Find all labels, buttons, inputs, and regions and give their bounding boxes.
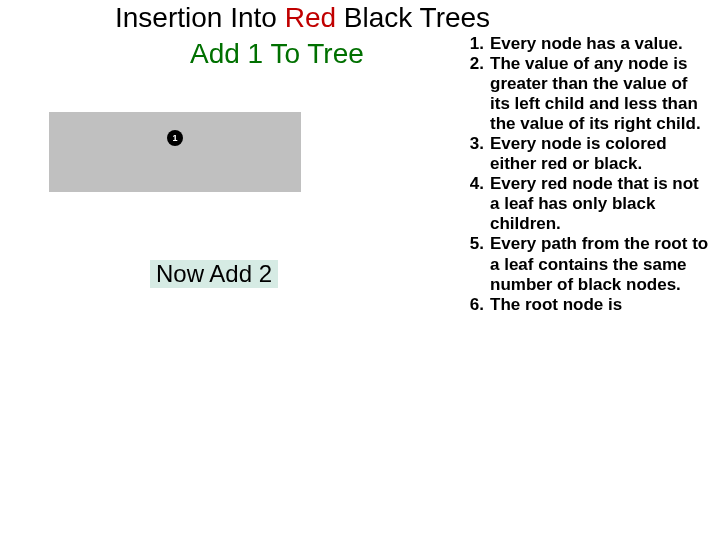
rule-item: 3. Every node is colored either red or b… (460, 134, 710, 174)
rule-text: Every path from the root to a leaf conta… (490, 234, 710, 294)
rules-list: 1. Every node has a value. 2. The value … (460, 34, 710, 315)
rule-number: 4. (460, 174, 490, 234)
slide: Insertion Into Red Black Trees Add 1 To … (0, 0, 720, 540)
rule-item: 4. Every red node that is not a leaf has… (460, 174, 710, 234)
rule-text: Every node has a value. (490, 34, 710, 54)
title-black: Black (344, 2, 420, 33)
title-red: Red (285, 2, 344, 33)
tree-node: 1 (167, 130, 183, 146)
rule-number: 6. (460, 295, 490, 315)
rule-number: 5. (460, 234, 490, 294)
title-suffix: Trees (420, 2, 491, 33)
rule-number: 2. (460, 54, 490, 134)
rule-text: The value of any node is greater than th… (490, 54, 710, 134)
rule-text: Every node is colored either red or blac… (490, 134, 710, 174)
rule-text: The root node is (490, 295, 710, 315)
rule-text: Every red node that is not a leaf has on… (490, 174, 710, 234)
page-title: Insertion Into Red Black Trees (0, 2, 720, 34)
rule-item: 1. Every node has a value. (460, 34, 710, 54)
rule-number: 1. (460, 34, 490, 54)
subtitle: Add 1 To Tree (190, 38, 364, 70)
rule-item: 2. The value of any node is greater than… (460, 54, 710, 134)
now-add-label: Now Add 2 (150, 260, 278, 288)
rule-number: 3. (460, 134, 490, 174)
rule-item: 6. The root node is (460, 295, 710, 315)
rule-item: 5. Every path from the root to a leaf co… (460, 234, 710, 294)
tree-diagram: 1 (49, 112, 301, 192)
title-prefix: Insertion Into (115, 2, 285, 33)
